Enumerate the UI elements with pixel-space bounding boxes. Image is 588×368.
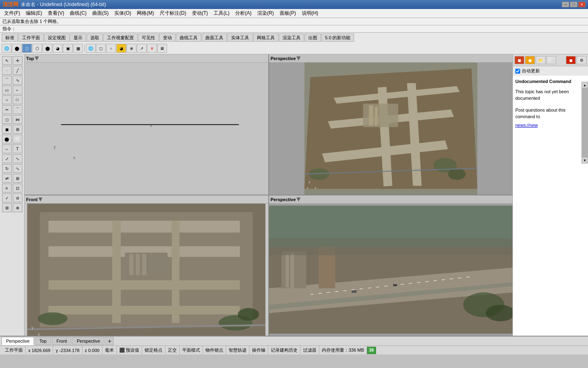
network-tool[interactable]: ⋈ xyxy=(13,115,22,124)
tab-standard[interactable]: 标准 xyxy=(2,34,18,42)
rp-icon-settings[interactable]: ⚙ xyxy=(577,56,586,64)
select-tool[interactable]: ↖ xyxy=(2,56,12,65)
tool-box[interactable]: ◻ xyxy=(96,44,106,53)
menu-dimension[interactable]: 尺寸标注(D) xyxy=(157,9,189,18)
tool-sphere[interactable]: ⬤ xyxy=(12,44,22,53)
check-tool[interactable]: ✓ xyxy=(2,193,12,202)
tab-perspective-2[interactable]: Perspective xyxy=(72,337,105,345)
menu-render[interactable]: 渲染(R) xyxy=(255,9,276,18)
status-filter[interactable]: 过滤器 xyxy=(301,346,319,355)
tool-obj1[interactable]: ▣ xyxy=(63,44,73,53)
tool-render2[interactable]: ◕ xyxy=(53,44,62,53)
tab-mesh-tools[interactable]: 网格工具 xyxy=(253,34,278,42)
ellipse-tool[interactable]: ⬭ xyxy=(13,95,22,104)
scroll-up-btn[interactable]: ▲ xyxy=(581,82,588,88)
scale-tool[interactable]: ⤡ xyxy=(13,164,22,173)
tab-new-features[interactable]: 5.0 的新功能 xyxy=(321,34,354,42)
mirror-tool[interactable]: ⇌ xyxy=(2,174,12,183)
layer-tool[interactable]: ≡ xyxy=(2,184,12,193)
viewport-perspective2[interactable]: Perspective xyxy=(269,195,513,336)
tab-viewport-config[interactable]: 工作视窗配置 xyxy=(103,34,138,42)
menu-curve[interactable]: 曲线(C) xyxy=(67,9,89,18)
menu-tools[interactable]: 工具(L) xyxy=(211,9,232,18)
tab-top[interactable]: Top xyxy=(35,337,51,345)
menu-panels[interactable]: 面板(P) xyxy=(277,9,298,18)
menu-mesh[interactable]: 网格(M) xyxy=(134,9,156,18)
tab-setview[interactable]: 设定视图 xyxy=(44,34,69,42)
status-snap[interactable]: 锁定格点 xyxy=(142,346,165,355)
tool-arrow-sphere[interactable]: ↗ xyxy=(137,44,147,53)
text-tool[interactable]: T xyxy=(13,144,22,153)
fillet-tool[interactable]: ⌒ xyxy=(13,105,22,114)
erase-tool[interactable]: ⊘ xyxy=(13,193,22,202)
rp-icon-color3[interactable]: ◼ xyxy=(566,56,576,64)
arc-tool[interactable]: ⌒ xyxy=(2,76,12,85)
status-planar[interactable]: 平面模式 xyxy=(180,346,203,355)
viewport-top[interactable]: Top y x xyxy=(24,54,268,195)
dim-tool[interactable]: ↔ xyxy=(2,144,12,153)
status-ortho[interactable]: 正交 xyxy=(165,346,180,355)
viewport-persp1-dropdown[interactable] xyxy=(296,56,301,61)
menu-edit[interactable]: 编辑(E) xyxy=(23,9,45,18)
status-vertex[interactable]: 物件锁点 xyxy=(203,346,226,355)
scroll-down-btn[interactable]: ▼ xyxy=(581,157,588,164)
viewport-front[interactable]: Front xyxy=(24,195,268,336)
minimize-button[interactable]: ─ xyxy=(562,2,569,7)
tab-render-tools[interactable]: 渲染工具 xyxy=(279,34,304,42)
tab-solid-tools[interactable]: 实体工具 xyxy=(227,34,253,42)
tool-circle[interactable]: ○ xyxy=(106,44,116,53)
surface-from-curves[interactable]: ◻ xyxy=(2,115,12,124)
viewport-top-dropdown[interactable] xyxy=(35,56,39,61)
tool-render-sphere[interactable]: ⬤ xyxy=(42,44,52,53)
circle-tool[interactable]: ○ xyxy=(2,95,12,104)
viewport-persp2-dropdown[interactable] xyxy=(296,197,301,202)
status-gumball[interactable]: 操作轴 xyxy=(249,346,268,355)
line-tool[interactable]: ╱ xyxy=(13,66,22,75)
copy-tool[interactable]: ⤡ xyxy=(13,154,22,163)
tab-curve-tools[interactable]: 曲线工具 xyxy=(176,34,201,42)
rotate-tool[interactable]: ↻ xyxy=(2,164,12,173)
status-smart[interactable]: 智慧轨迹 xyxy=(226,346,249,355)
menu-help[interactable]: 说明(H) xyxy=(299,9,321,18)
tool-target[interactable]: ⊕ xyxy=(127,44,136,53)
menu-analysis[interactable]: 分析(A) xyxy=(233,9,254,18)
tool-globe[interactable]: 🌐 xyxy=(2,44,11,53)
box-prim[interactable]: ⬜ xyxy=(13,135,22,144)
tool-obj2[interactable]: ▦ xyxy=(73,44,83,53)
tool-yellow-sphere[interactable]: ◕ xyxy=(116,44,126,53)
menu-file[interactable]: 文件(F) xyxy=(2,9,22,18)
tab-surface-tools[interactable]: 曲面工具 xyxy=(202,34,227,42)
viewport-perspective1[interactable]: Perspective xyxy=(269,54,513,195)
rect-tool[interactable]: ▭ xyxy=(2,85,12,94)
rp-icon-maximize[interactable]: ⬜ xyxy=(546,56,556,64)
scroll-thumb[interactable] xyxy=(581,88,588,157)
trim-tool[interactable]: ✂ xyxy=(2,105,12,114)
mesh-tool[interactable]: ⊞ xyxy=(13,125,22,134)
tab-display[interactable]: 显示 xyxy=(70,34,86,42)
status-record[interactable]: 记录建构历史 xyxy=(268,346,301,355)
status-green-btn[interactable]: 39 xyxy=(367,347,376,354)
move-tool[interactable]: ⤢ xyxy=(2,154,12,163)
polyline-tool[interactable]: ⌐ xyxy=(13,85,22,94)
tab-output[interactable]: 出图 xyxy=(305,34,321,42)
rp-link[interactable]: news://new xyxy=(515,123,538,128)
tool-globe2[interactable]: 🌐 xyxy=(86,44,96,53)
menu-solid[interactable]: 实体(O) xyxy=(112,9,134,18)
transform-tool[interactable]: ✛ xyxy=(13,56,22,65)
tab-perspective-1[interactable]: Perspective xyxy=(2,337,34,345)
rp-icon-folder[interactable]: 📁 xyxy=(536,56,546,64)
status-preset[interactable]: ⬛ 预设值 xyxy=(117,346,142,355)
point-tool[interactable]: · xyxy=(2,66,12,75)
viewport-front-dropdown[interactable] xyxy=(38,197,42,202)
menu-surface[interactable]: 曲面(S) xyxy=(90,9,111,18)
tool-surface[interactable]: ◻ xyxy=(22,44,32,53)
properties-tool[interactable]: ⊡ xyxy=(13,184,22,193)
menu-view[interactable]: 查看(V) xyxy=(45,9,67,18)
tab-transform[interactable]: 变动 xyxy=(159,34,176,42)
solid-tool[interactable]: ◼ xyxy=(2,125,12,134)
maximize-button[interactable]: □ xyxy=(570,2,577,7)
close-button[interactable]: ✕ xyxy=(578,2,586,7)
grid-tool[interactable]: ⊞ xyxy=(2,203,12,212)
snap-tool[interactable]: ⊕ xyxy=(13,203,22,212)
tool-monitor[interactable]: 🖥 xyxy=(157,44,167,53)
